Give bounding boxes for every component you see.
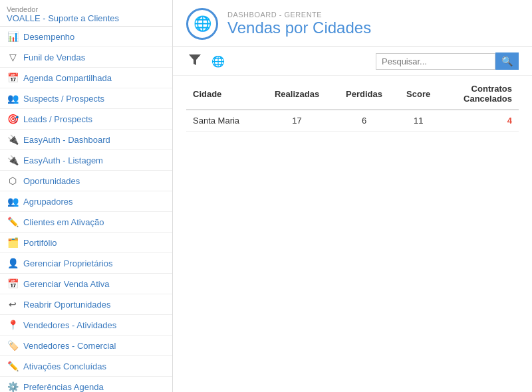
cell-perdidas: 6 bbox=[333, 110, 395, 132]
sidebar-icon-ativacoes-concluidas: ✏️ bbox=[7, 361, 19, 371]
sidebar-item-easyauth-listagem[interactable]: 🔌EasyAuth - Listagem bbox=[0, 150, 172, 171]
sidebar-label-preferencias-agenda: Preferências Agenda bbox=[23, 382, 166, 392]
sidebar-item-reabrir-oportunidades[interactable]: ↩Reabrir Oportunidades bbox=[0, 294, 172, 315]
sidebar-icon-portfolio: 🗂️ bbox=[7, 237, 19, 248]
sidebar-icon-agrupadores: 👥 bbox=[7, 196, 19, 207]
sidebar-icon-suspects-prospects: 👥 bbox=[7, 93, 19, 104]
sidebar-icon-agenda-compartilhada: 📅 bbox=[7, 72, 19, 83]
toolbar: 🌐 🔍 bbox=[173, 47, 532, 76]
sidebar-label-funil-vendas: Funil de Vendas bbox=[23, 52, 166, 62]
cell-score: 11 bbox=[395, 110, 442, 132]
sidebar-icon-easyauth-listagem: 🔌 bbox=[7, 155, 19, 165]
search-button[interactable]: 🔍 bbox=[495, 52, 519, 70]
main-header: 🌐 DASHBOARD - GERENTE Vendas por Cidades bbox=[173, 0, 532, 47]
sidebar-item-clientes-ativacao[interactable]: ✏️Clientes em Ativação bbox=[0, 212, 172, 233]
sidebar-label-vendedores-comercial: Vendedores - Comercial bbox=[23, 341, 166, 351]
table-body: Santa Maria176114 bbox=[186, 110, 519, 132]
header-globe-icon: 🌐 bbox=[186, 8, 218, 40]
sidebar-item-funil-vendas[interactable]: ▽Funil de Vendas bbox=[0, 47, 172, 68]
sidebar-item-suspects-prospects[interactable]: 👥Suspects / Prospects bbox=[0, 88, 172, 109]
sidebar-label-portfolio: Portifólio bbox=[23, 238, 166, 248]
sidebar-icon-preferencias-agenda: ⚙️ bbox=[7, 381, 19, 392]
main-content: 🌐 DASHBOARD - GERENTE Vendas por Cidades… bbox=[173, 0, 532, 392]
sidebar-icon-easyauth-dashboard: 🔌 bbox=[7, 134, 19, 145]
sidebar-icon-reabrir-oportunidades: ↩ bbox=[7, 299, 19, 310]
sidebar-item-vendedores-comercial[interactable]: 🏷️Vendedores - Comercial bbox=[0, 336, 172, 356]
sidebar-label-desempenho: Desempenho bbox=[23, 32, 166, 42]
sidebar-label-oportunidades: Oportunidades bbox=[23, 176, 166, 186]
sidebar-item-preferencias-agenda[interactable]: ⚙️Preferências Agenda bbox=[0, 377, 172, 392]
sidebar-label-gerenciar-venda-ativa: Gerenciar Venda Ativa bbox=[23, 279, 166, 289]
page-title: Vendas por Cidades bbox=[227, 19, 371, 37]
table-container: Cidade Realizadas Perdidas Score Contrat… bbox=[173, 76, 532, 392]
sidebar-item-leads-prospects[interactable]: 🎯Leads / Prospects bbox=[0, 109, 172, 130]
col-contratos: ContratosCancelados bbox=[442, 78, 519, 110]
sidebar-item-gerenciar-venda-ativa[interactable]: 📅Gerenciar Venda Ativa bbox=[0, 274, 172, 294]
sidebar-label-clientes-ativacao: Clientes em Ativação bbox=[23, 217, 166, 227]
sidebar-label-reabrir-oportunidades: Reabrir Oportunidades bbox=[23, 300, 166, 310]
sidebar-icon-clientes-ativacao: ✏️ bbox=[7, 217, 19, 227]
col-score: Score bbox=[395, 78, 442, 110]
sidebar-icon-gerenciar-proprietarios: 👤 bbox=[7, 258, 19, 268]
sidebar-item-oportunidades[interactable]: ⬡Oportunidades bbox=[0, 171, 172, 191]
cell-contratos: 4 bbox=[442, 110, 519, 132]
dashboard-label: DASHBOARD - GERENTE bbox=[227, 11, 371, 19]
sidebar-label-gerenciar-proprietarios: Gerenciar Proprietários bbox=[23, 258, 166, 268]
col-realizadas: Realizadas bbox=[261, 78, 333, 110]
header-text: DASHBOARD - GERENTE Vendas por Cidades bbox=[227, 11, 371, 37]
sidebar-header: Vendedor VOALLE - Suporte a Clientes bbox=[0, 0, 172, 27]
sidebar-item-portfolio[interactable]: 🗂️Portifólio bbox=[0, 233, 172, 253]
sidebar-item-agrupadores[interactable]: 👥Agrupadores bbox=[0, 191, 172, 212]
sidebar-item-desempenho[interactable]: 📊Desempenho bbox=[0, 27, 172, 47]
sidebar-label-suspects-prospects: Suspects / Prospects bbox=[23, 94, 166, 104]
search-wrapper: 🔍 bbox=[376, 52, 519, 70]
sidebar-item-agenda-compartilhada[interactable]: 📅Agenda Compartilhada bbox=[0, 68, 172, 88]
sidebar-label-easyauth-dashboard: EasyAuth - Dashboard bbox=[23, 135, 166, 145]
sidebar-label-agrupadores: Agrupadores bbox=[23, 197, 166, 207]
sidebar-icon-gerenciar-venda-ativa: 📅 bbox=[7, 278, 19, 289]
globe-button[interactable]: 🌐 bbox=[209, 54, 227, 69]
vendor-link[interactable]: VOALLE - Suporte a Clientes bbox=[7, 13, 119, 23]
sidebar-item-gerenciar-proprietarios[interactable]: 👤Gerenciar Proprietários bbox=[0, 253, 172, 274]
table-row: Santa Maria176114 bbox=[186, 110, 519, 132]
table-header: Cidade Realizadas Perdidas Score Contrat… bbox=[186, 78, 519, 110]
search-input[interactable] bbox=[376, 53, 495, 70]
svg-marker-0 bbox=[189, 54, 201, 65]
sidebar-items: 📊Desempenho▽Funil de Vendas📅Agenda Compa… bbox=[0, 27, 172, 392]
sidebar-item-vendedores-atividades[interactable]: 📍Vendedores - Atividades bbox=[0, 315, 172, 336]
sidebar-icon-vendedores-atividades: 📍 bbox=[7, 320, 19, 330]
sidebar-label-leads-prospects: Leads / Prospects bbox=[23, 114, 166, 124]
cell-realizadas: 17 bbox=[261, 110, 333, 132]
sidebar-item-easyauth-dashboard[interactable]: 🔌EasyAuth - Dashboard bbox=[0, 130, 172, 150]
sidebar-icon-oportunidades: ⬡ bbox=[7, 175, 19, 186]
col-perdidas: Perdidas bbox=[333, 78, 395, 110]
cell-cidade: Santa Maria bbox=[186, 110, 261, 132]
sidebar-label-easyauth-listagem: EasyAuth - Listagem bbox=[23, 155, 166, 165]
cities-table: Cidade Realizadas Perdidas Score Contrat… bbox=[186, 78, 519, 132]
sidebar-icon-leads-prospects: 🎯 bbox=[7, 114, 19, 124]
sidebar-icon-funil-vendas: ▽ bbox=[7, 52, 19, 62]
sidebar-item-ativacoes-concluidas[interactable]: ✏️Ativações Concluídas bbox=[0, 356, 172, 377]
sidebar-label-agenda-compartilhada: Agenda Compartilhada bbox=[23, 73, 166, 83]
vendor-label: Vendedor bbox=[7, 5, 166, 13]
sidebar-icon-desempenho: 📊 bbox=[7, 31, 19, 42]
sidebar-label-vendedores-atividades: Vendedores - Atividades bbox=[23, 320, 166, 330]
sidebar-label-ativacoes-concluidas: Ativações Concluídas bbox=[23, 361, 166, 371]
col-cidade: Cidade bbox=[186, 78, 261, 110]
sidebar-icon-vendedores-comercial: 🏷️ bbox=[7, 340, 19, 351]
sidebar: Vendedor VOALLE - Suporte a Clientes 📊De… bbox=[0, 0, 173, 392]
filter-button[interactable] bbox=[186, 53, 203, 69]
